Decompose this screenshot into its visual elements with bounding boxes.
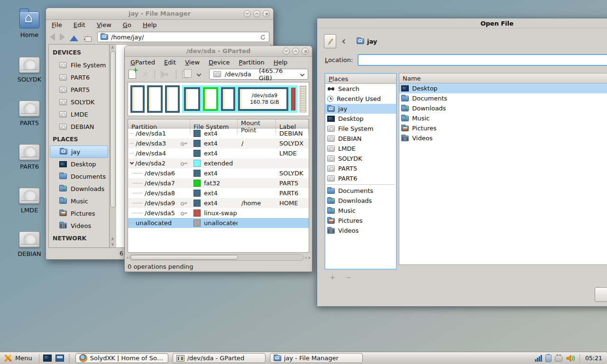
partition-segment[interactable] [165,85,179,113]
chevron-down-icon[interactable] [197,72,202,77]
unallocated-segment[interactable] [300,86,306,112]
swap-partition-segment[interactable] [291,88,295,110]
file-item-documents[interactable]: Documents [399,93,607,103]
sidebar-item-downloads[interactable]: Downloads [49,182,109,195]
desktop-icon-debian[interactable]: DEBIAN [9,229,50,273]
sidebar-item-file-system[interactable]: File System [49,59,109,71]
sidebar-item-part6[interactable]: PART6 [49,71,109,83]
scroll-up-icon[interactable]: ∧ [111,46,115,50]
partition-row[interactable]: /dev/sda6ext4SOLYDK [128,168,309,178]
scroll-down-icon[interactable]: ∨ [111,242,115,246]
place-item-jay[interactable]: jay [325,104,396,114]
menu-help[interactable]: Help [273,57,289,67]
type-filename-button[interactable] [324,34,336,48]
place-item-desktop[interactable]: Desktop [325,114,396,124]
sidebar-item-desktop[interactable]: Desktop [49,158,109,170]
volume-icon[interactable] [566,354,576,363]
partition-row[interactable]: /dev/sda7fat32PART5 [128,178,309,188]
fat32-partition-segment[interactable] [203,87,218,111]
menu-file[interactable]: File [51,20,63,30]
menu-partition[interactable]: Partition [238,57,266,67]
sidebar-item-documents[interactable]: Documents [49,170,109,182]
column-header-mount-point[interactable]: Mount Point [238,119,276,134]
refresh-icon[interactable] [260,34,266,40]
partition-row[interactable]: unallocatedunallocated [128,218,309,228]
partition-row[interactable]: /dev/sda2extended [128,158,309,168]
desktop-icon-lmde[interactable]: LMDE [9,186,50,229]
device-combo[interactable]: /dev/sda (465.76 GiB) [209,69,308,80]
back-icon[interactable] [50,33,55,41]
partition-row[interactable]: /dev/sda1ext4DEBIAN [128,128,309,138]
apply-operations-icon[interactable] [161,71,170,78]
menu-view[interactable]: View [96,20,112,30]
file-item-downloads[interactable]: Downloads [399,103,607,113]
place-item-file-system[interactable]: File System [325,124,396,134]
place-item-videos[interactable]: Videos [325,226,396,236]
taskbar-task[interactable]: SolydXK | Home of Soly... [75,353,168,363]
partition-row[interactable]: /dev/sda3ext4/SOLYDX [128,138,309,148]
place-item-music[interactable]: Music [325,206,396,216]
partition-row[interactable]: /dev/sda8ext4PART6 [128,188,309,198]
sidebar-item-browse-n-[interactable]: Browse N... [49,245,109,247]
extended-partition-region[interactable]: /dev/sda9160.78 GiB [182,85,297,113]
file-item-music[interactable]: Music [399,113,607,123]
partition-visual-bar[interactable]: /dev/sda9160.78 GiB [128,82,309,116]
path-field[interactable]: /home/jay/ [97,32,269,42]
horizontal-scrollbar[interactable]: ‹ ‹ › [127,254,310,261]
home-icon[interactable] [83,33,92,41]
sidebar-item-videos[interactable]: Videos [49,219,109,232]
minimize-button[interactable] [244,10,251,18]
place-item-part5[interactable]: PART5 [325,164,396,173]
menu-view[interactable]: View [184,57,201,67]
menu-edit[interactable]: Edit [73,20,86,30]
forward-icon[interactable] [60,33,65,41]
partition-row[interactable]: /dev/sda5linux-swap [128,208,309,218]
partition-segment[interactable] [147,85,163,113]
fm-sidebar-scrollbar[interactable]: ∧ ∧ ∨ [110,45,116,247]
sidebar-item-part5[interactable]: PART5 [49,83,109,96]
close-button[interactable]: × [302,48,309,55]
location-input[interactable] [358,54,607,66]
menu-device[interactable]: Device [208,57,230,67]
paste-icon[interactable] [182,71,189,78]
up-icon[interactable] [70,31,78,41]
scroll-left-icon[interactable]: ‹ [305,255,307,261]
workspace-icon[interactable] [55,355,64,362]
scrollbar-thumb[interactable] [130,255,238,260]
partition-segment[interactable] [130,85,145,113]
sidebar-item-music[interactable]: Music [49,195,109,207]
scroll-up-icon[interactable]: ∧ [111,237,115,241]
maximize-button[interactable] [292,48,299,55]
network-signal-icon[interactable] [535,355,542,362]
menu-button[interactable]: Menu [3,354,35,363]
scroll-left-icon[interactable]: ‹ [127,255,129,261]
file-item-desktop[interactable]: Desktop [399,83,607,93]
delete-partition-icon[interactable]: ✕ [142,71,149,78]
maximize-button[interactable] [253,10,260,18]
menu-go[interactable]: Go [122,20,132,30]
battery-icon[interactable] [545,355,552,362]
place-item-lmde[interactable]: LMDE [325,144,396,154]
menu-edit[interactable]: Edit [163,57,177,67]
desktop-icon-home[interactable]: Home [9,11,50,55]
gparted-titlebar[interactable]: /dev/sda - GParted × [125,46,312,57]
taskbar-task[interactable]: /dev/sda - GParted [173,353,266,363]
desktop-icon-part6[interactable]: PART6 [9,142,50,186]
place-item-debian[interactable]: DEBIAN [325,134,396,144]
place-item-recently-used[interactable]: Recently Used [325,94,396,104]
new-partition-icon[interactable] [129,70,136,79]
logical-partition-segment[interactable] [184,87,200,111]
show-desktop-icon[interactable] [43,355,52,362]
taskbar-task[interactable]: jay - File Manager [270,353,363,363]
expander-icon[interactable] [130,161,134,164]
scroll-right-icon[interactable]: › [308,255,310,261]
partition-row[interactable]: /dev/sda9ext4/homeHOME [128,198,309,208]
close-button[interactable]: × [263,10,270,18]
place-item-downloads[interactable]: Downloads [325,196,396,206]
add-place-button[interactable]: + [328,275,337,281]
desktop-icon-part5[interactable]: PART5 [9,99,50,142]
sidebar-item-jay[interactable]: jay [50,146,108,158]
place-item-documents[interactable]: Documents [325,186,396,196]
power-plug-icon[interactable] [555,355,562,362]
place-item-part6[interactable]: PART6 [325,173,396,183]
